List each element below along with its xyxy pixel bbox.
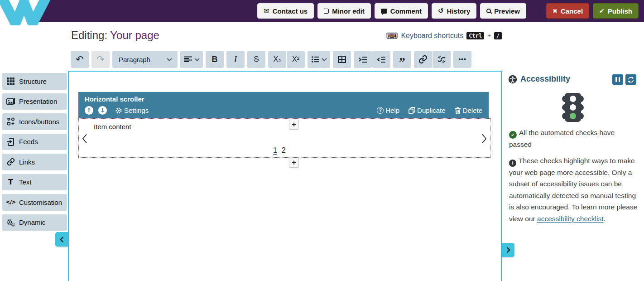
checks-passed-message: ✔All the automated checks have passed bbox=[509, 127, 639, 150]
superscript-button[interactable]: X² bbox=[287, 51, 305, 68]
sidebar-item-label: Dynamic bbox=[19, 218, 45, 226]
brand-logo-w-icon[interactable] bbox=[0, 0, 51, 25]
check-circle-icon: ✔ bbox=[509, 131, 517, 139]
collapse-accessibility-panel-button[interactable] bbox=[502, 243, 514, 257]
horizontal-scroller-block: Horizontal scroller ↑ ↓ Settings ? Help bbox=[78, 92, 490, 158]
rerun-checks-button[interactable] bbox=[625, 74, 636, 85]
bold-button[interactable]: B bbox=[206, 51, 224, 68]
ctrl-key-badge: Ctrl bbox=[466, 32, 484, 39]
editor-canvas[interactable]: Horizontal scroller ↑ ↓ Settings ? Help bbox=[68, 71, 502, 281]
alignment-dropdown[interactable] bbox=[180, 51, 203, 68]
move-down-button[interactable]: ↓ bbox=[98, 106, 107, 115]
add-item-above-button[interactable]: + bbox=[289, 120, 299, 130]
block-header-right-actions: ? Help Duplicate bbox=[377, 107, 482, 114]
slash-key-badge: / bbox=[494, 32, 502, 39]
accessibility-checklist-link[interactable]: accessibility checklist bbox=[537, 215, 603, 223]
grid-icon bbox=[6, 78, 15, 85]
paragraph-style-dropdown[interactable]: Paragraph bbox=[112, 51, 178, 68]
scroller-item[interactable]: Item content bbox=[94, 123, 131, 131]
cancel-button[interactable]: ✖ Cancel bbox=[546, 3, 589, 19]
chevron-down-icon bbox=[194, 56, 199, 61]
unlink-button[interactable] bbox=[433, 51, 451, 68]
keyboard-shortcuts[interactable]: ⌨ Keyboard shortcuts Ctrl + / bbox=[386, 31, 502, 40]
duplicate-label: Duplicate bbox=[417, 107, 446, 114]
accessibility-panel-controls bbox=[612, 74, 636, 85]
redo-button[interactable]: ↷ bbox=[91, 51, 110, 68]
accessibility-info-text: iThese checks highlight ways to make you… bbox=[509, 155, 640, 224]
block-title: Horizontal scroller bbox=[85, 95, 482, 103]
collapse-sidebar-button[interactable] bbox=[55, 232, 68, 247]
strikethrough-button[interactable]: S bbox=[247, 51, 265, 68]
indent-button[interactable] bbox=[354, 51, 372, 68]
sidebar-item-label: Structure bbox=[19, 78, 47, 85]
speech-bubble-icon bbox=[381, 9, 387, 14]
table-icon bbox=[338, 56, 346, 63]
scroller-content-area: + Item content 12 + bbox=[78, 118, 490, 158]
scroller-next-button[interactable] bbox=[481, 134, 487, 145]
undo-button[interactable]: ↶ bbox=[71, 51, 89, 68]
history-button[interactable]: ↺ History bbox=[432, 3, 476, 19]
list-dropdown[interactable] bbox=[308, 51, 330, 68]
undo-icon: ↶ bbox=[76, 55, 84, 64]
publish-button[interactable]: ✔ Publish bbox=[593, 3, 639, 19]
chevron-right-icon bbox=[506, 247, 510, 253]
sidebar-item-label: Links bbox=[19, 158, 35, 166]
scroller-prev-button[interactable] bbox=[82, 134, 87, 145]
block-header: Horizontal scroller ↑ ↓ Settings ? Help bbox=[78, 92, 489, 118]
plus-separator: + bbox=[487, 32, 491, 39]
contact-us-label: Contact us bbox=[273, 7, 308, 15]
trash-icon bbox=[455, 107, 461, 114]
component-sidebar: Structure Presentation Icons/buttons Fee… bbox=[2, 73, 67, 231]
subscript-button[interactable]: X₂ bbox=[268, 51, 286, 68]
table-button[interactable] bbox=[333, 51, 351, 68]
settings-label: Settings bbox=[124, 107, 149, 114]
pause-icon bbox=[615, 77, 620, 82]
block-settings-button[interactable]: Settings bbox=[115, 107, 149, 114]
blockquote-button[interactable]: ” bbox=[393, 51, 411, 68]
contact-us-button[interactable]: ✉ Contact us bbox=[257, 3, 314, 19]
redo-icon: ↷ bbox=[96, 55, 105, 64]
preview-button[interactable]: Preview bbox=[480, 3, 526, 19]
sidebar-item-structure[interactable]: Structure bbox=[2, 73, 67, 90]
outdent-icon bbox=[377, 56, 386, 63]
sidebar-item-label: Text bbox=[19, 178, 32, 186]
help-icon: ? bbox=[377, 107, 384, 114]
accessibility-title: Accessibility bbox=[520, 74, 570, 84]
sidebar-item-icons-buttons[interactable]: Icons/buttons bbox=[2, 113, 67, 130]
sidebar-item-presentation[interactable]: Presentation bbox=[2, 93, 67, 110]
help-label: Help bbox=[385, 107, 399, 114]
sidebar-item-text[interactable]: T Text bbox=[2, 174, 67, 191]
check-icon: ✔ bbox=[599, 8, 605, 14]
keyboard-shortcuts-label: Keyboard shortcuts bbox=[401, 32, 463, 40]
move-up-button[interactable]: ↑ bbox=[85, 106, 93, 115]
top-bar-actions: ✉ Contact us Minor edit Comment ↺ Histor… bbox=[257, 3, 639, 19]
indent-icon bbox=[359, 56, 367, 63]
sidebar-item-customisation[interactable]: </> Customisation bbox=[2, 194, 67, 211]
link-button[interactable] bbox=[414, 51, 432, 68]
text-icon: T bbox=[6, 178, 15, 186]
preview-label: Preview bbox=[494, 7, 520, 15]
italic-button[interactable]: I bbox=[226, 51, 245, 68]
sidebar-item-dynamic[interactable]: Dynamic bbox=[2, 214, 67, 231]
feed-document-icon bbox=[6, 138, 15, 146]
sidebar-item-feeds[interactable]: Feeds bbox=[2, 134, 67, 150]
image-icon bbox=[6, 97, 15, 105]
block-help-button[interactable]: ? Help bbox=[377, 107, 399, 114]
outdent-button[interactable] bbox=[372, 51, 390, 68]
add-block-below-button[interactable]: + bbox=[289, 158, 299, 168]
block-delete-button[interactable]: Delete bbox=[455, 107, 482, 114]
page-1-link[interactable]: 1 bbox=[273, 146, 277, 154]
block-actions: ↑ ↓ Settings ? Help bbox=[85, 106, 482, 115]
block-duplicate-button[interactable]: Duplicate bbox=[409, 107, 446, 114]
more-options-button[interactable]: ••• bbox=[453, 51, 471, 68]
paragraph-style-value: Paragraph bbox=[119, 56, 150, 63]
page-editor-app: ✉ Contact us Minor edit Comment ↺ Histor… bbox=[0, 0, 644, 281]
page-2-link[interactable]: 2 bbox=[282, 146, 286, 154]
comment-label: Comment bbox=[390, 7, 422, 15]
editing-label: Editing: bbox=[71, 29, 110, 41]
pause-checks-button[interactable] bbox=[612, 74, 623, 85]
unlink-icon bbox=[437, 55, 446, 64]
sidebar-item-links[interactable]: Links bbox=[2, 154, 67, 170]
minor-edit-button[interactable]: Minor edit bbox=[317, 3, 371, 19]
comment-button[interactable]: Comment bbox=[375, 3, 428, 19]
